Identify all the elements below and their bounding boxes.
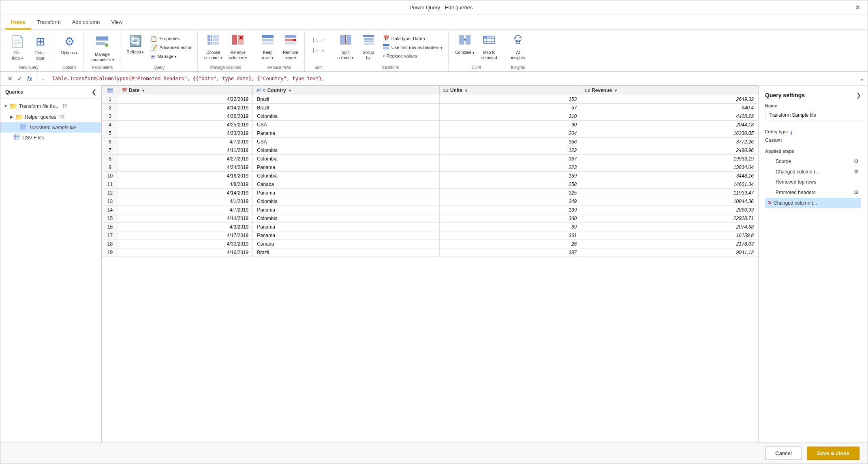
units-type-icon: 1.2 (443, 88, 449, 93)
step-label-source: Source (776, 158, 791, 164)
units-filter-icon[interactable]: ▾ (464, 88, 468, 93)
cell-country: Colombia (253, 197, 440, 206)
formula-expand-icon[interactable]: ⌄ (859, 75, 864, 82)
step-item-changed-col-t1[interactable]: Changed column t... ⚙ (765, 167, 861, 177)
step-gear-promoted-headers[interactable]: ⚙ (854, 189, 859, 195)
country-filter-icon[interactable]: ▾ (288, 88, 292, 93)
query-csv-files[interactable]: CSV Files (0, 133, 101, 143)
col-header-country[interactable]: Aᵇ C Country ▾ (253, 86, 440, 95)
cell-revenue: 3448.16 (581, 172, 758, 180)
map-to-standard-button[interactable]: Map tostandard (479, 33, 500, 62)
combine-button[interactable]: Combine ▾ (453, 33, 477, 57)
cell-revenue: 2649.32 (581, 95, 758, 104)
col-header-date[interactable]: 📅 Date ▾ (118, 86, 253, 95)
tab-view[interactable]: View (106, 17, 128, 30)
transform-group-label: Transform (332, 65, 449, 70)
group-transform-file[interactable]: ▼ 📁 Transform file fro... [2] (0, 100, 101, 111)
close-button[interactable]: ✕ (853, 4, 863, 11)
step-item-changed-col-t2[interactable]: ✕ Changed column t... (765, 198, 861, 208)
refresh-button[interactable]: 🔄 Refresh ▾ (124, 33, 147, 64)
split-column-label: Splitcolumn ▾ (338, 50, 354, 61)
queries-collapse-icon[interactable]: ❮ (92, 89, 96, 95)
cell-units: 367 (440, 155, 581, 163)
group-by-button[interactable]: Groupby (358, 33, 379, 70)
replace-values-button[interactable]: ₂ Replace values (381, 52, 445, 59)
manage-params-icon (96, 36, 109, 51)
step-gear-changed-col-t1[interactable]: ⚙ (854, 169, 859, 175)
table-row: 12 4/14/2019 Panama 325 11939.47 (102, 189, 758, 197)
step-gear-source[interactable]: ⚙ (854, 158, 859, 164)
tab-transform[interactable]: Transform (31, 17, 66, 30)
ai-insights-button[interactable]: AIinsights (507, 33, 528, 62)
keep-rows-button[interactable]: Keeprows ▾ (257, 33, 278, 62)
name-input[interactable] (765, 110, 861, 120)
remove-columns-button[interactable]: Removecolumns ▾ (227, 33, 250, 62)
svg-rect-30 (466, 35, 470, 45)
advanced-editor-label: Advanced editor (159, 45, 192, 50)
choose-columns-button[interactable]: Choosecolumns ▾ (202, 33, 225, 62)
table-row: 7 4/11/2019 Colombia 122 2490.96 (102, 146, 758, 155)
formula-fx-icon[interactable]: fx (26, 75, 34, 83)
table-row: 2 4/14/2019 Brazil 57 940.4 (102, 104, 758, 112)
options-button[interactable]: ⚙ Options ▾ (58, 33, 80, 58)
group-helper-queries[interactable]: ▶ 📁 Helper queries [3] (0, 111, 101, 122)
svg-point-43 (520, 37, 521, 38)
query-transform-sample-name: Transform Sample file (29, 125, 76, 130)
step-item-promoted-headers[interactable]: Promoted headers ⚙ (765, 187, 861, 197)
cancel-button[interactable]: Cancel (765, 447, 802, 460)
split-column-button[interactable]: Splitcolumn ▾ (335, 33, 356, 70)
cell-units: 57 (440, 104, 581, 112)
get-data-button[interactable]: 📄 Getdata ▾ (7, 33, 28, 63)
enter-data-button[interactable]: ⊞ Enterdata (30, 33, 51, 62)
date-filter-icon[interactable]: ▾ (141, 88, 145, 93)
new-query-group-label: New query (4, 65, 54, 70)
properties-button[interactable]: 📋 Properties (148, 34, 194, 43)
advanced-editor-button[interactable]: 📝 Advanced editor (148, 43, 194, 51)
step-label-promoted-headers: Promoted headers (776, 190, 816, 195)
row-number: 14 (102, 206, 118, 214)
step-delete-changed-col-t2[interactable]: ✕ (768, 200, 772, 206)
data-grid-wrapper[interactable]: 📅 Date ▾ Aᵇ C Country ▾ (102, 86, 758, 443)
tab-home[interactable]: Home (5, 17, 31, 30)
replace-values-label: Replace values (387, 53, 417, 58)
table-row: 14 4/7/2019 Panama 139 2890.93 (102, 206, 758, 214)
cell-country: USA (253, 121, 440, 129)
manage-params-button[interactable]: Manageparameters ▾ (88, 33, 116, 64)
revenue-filter-icon[interactable]: ▾ (614, 88, 618, 93)
row-number: 5 (102, 129, 118, 138)
sort-asc-button[interactable]: ↑A→Z (310, 35, 326, 45)
col-header-units[interactable]: 1.2 Units ▾ (440, 86, 581, 95)
formula-confirm-icon[interactable]: ✓ (16, 75, 24, 83)
data-type-button[interactable]: 📅 Data type: Date ▾ (381, 34, 445, 42)
cell-date: 4/24/2019 (118, 163, 253, 172)
step-item-source[interactable]: Source ⚙ (765, 156, 861, 166)
remove-columns-icon (232, 34, 244, 49)
query-transform-sample[interactable]: Transform Sample file (0, 122, 101, 133)
settings-expand-icon[interactable]: ❯ (856, 92, 861, 98)
cell-country: Panama (253, 163, 440, 172)
svg-rect-8 (232, 35, 237, 45)
first-row-headers-button[interactable]: Use first row as headers ▾ (381, 43, 445, 51)
sort-desc-button[interactable]: ↓Z→A (310, 45, 326, 55)
remove-rows-button[interactable]: Removerows ▾ (280, 33, 301, 62)
manage-button[interactable]: ⊞ Manage ▾ (148, 52, 194, 60)
tab-add-column[interactable]: Add column (66, 17, 106, 30)
ai-insights-icon (512, 34, 524, 49)
step-left-source: Source (768, 158, 791, 164)
cell-units: 361 (440, 231, 581, 240)
formula-cancel-icon[interactable]: ✕ (6, 75, 14, 83)
save-close-button[interactable]: Save & close (807, 447, 859, 460)
cell-country: Panama (253, 223, 440, 231)
step-item-removed-top[interactable]: Removed top rows (765, 177, 861, 187)
revenue-col-name: Revenue (592, 88, 612, 93)
formula-input[interactable]: Table.TransformColumnTypes(#"Promoted he… (49, 75, 856, 83)
cell-revenue: 4408.22 (581, 112, 758, 121)
info-icon[interactable]: ℹ (790, 130, 792, 136)
step-left-changed-col-t1: Changed column t... (768, 169, 819, 175)
query-stack: 📋 Properties 📝 Advanced editor ⊞ Manage … (148, 33, 194, 60)
applied-steps-label: Applied steps (765, 149, 861, 154)
col-header-revenue[interactable]: 1.2 Revenue ▾ (581, 86, 758, 95)
group-transform-count: [2] (63, 104, 67, 108)
svg-rect-25 (364, 41, 374, 42)
svg-rect-21 (346, 35, 351, 45)
